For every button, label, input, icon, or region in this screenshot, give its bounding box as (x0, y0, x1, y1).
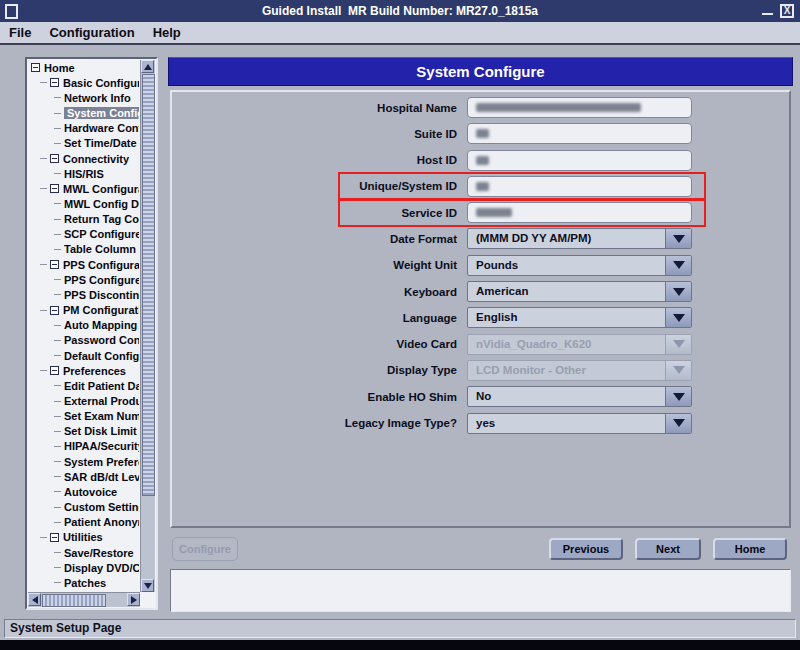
tree-item-label: Hardware Configur (64, 122, 139, 134)
language-dropdown[interactable]: English (467, 307, 692, 328)
tree-item-set-exam-number[interactable]: Set Exam Number (29, 409, 139, 424)
collapse-icon[interactable] (31, 63, 40, 72)
service-id-field[interactable] (467, 202, 692, 223)
tree-item-set-time-date[interactable]: Set Time/Date (29, 136, 139, 151)
scroll-down-icon[interactable] (141, 579, 154, 592)
tree-item-mwl-configuration[interactable]: MWL Configuration (29, 181, 139, 196)
enable-ho-shim-dropdown[interactable]: No (467, 386, 692, 407)
chevron-down-icon[interactable] (665, 282, 691, 301)
tree-item-default-configurat[interactable]: Default Configurat (29, 348, 139, 363)
collapse-icon[interactable] (50, 533, 59, 542)
tree-item-system-configure[interactable]: System Configure (29, 105, 139, 120)
previous-button[interactable]: Previous (549, 538, 623, 560)
tree-item-save-restore[interactable]: Save/Restore (29, 545, 139, 560)
tree-item-connectivity[interactable]: Connectivity (29, 151, 139, 166)
chevron-down-icon[interactable] (665, 256, 691, 275)
tree-item-hardware-configur[interactable]: Hardware Configur (29, 121, 139, 136)
form-row-weight-unit: Weight UnitPounds (172, 255, 789, 276)
chevron-down-icon[interactable] (665, 414, 691, 433)
tree-item-label: Save/Restore (64, 547, 134, 559)
tree-item-network-info[interactable]: Network Info (29, 90, 139, 105)
scroll-right-icon[interactable] (127, 593, 140, 606)
minimize-icon[interactable] (762, 5, 773, 17)
horizontal-scroll-thumb[interactable] (42, 594, 106, 607)
dropdown-value: No (468, 387, 665, 406)
tree-item-sar-db-dt-level[interactable]: SAR dB/dt Level (29, 469, 139, 484)
tree-vertical-scrollbar[interactable] (140, 60, 155, 592)
tree-item-table-column-sele[interactable]: Table Column Sele (29, 242, 139, 257)
tree-connector (40, 264, 47, 265)
menu-help[interactable]: Help (144, 25, 190, 40)
status-bar: System Setup Page (4, 619, 796, 638)
dropdown-value: LCD Monitor - Other (468, 361, 665, 380)
form-row-date-format: Date Format(MMM DD YY AM/PM) (172, 228, 789, 249)
field-label: Suite ID (172, 128, 467, 140)
tree-item-edit-patient-data[interactable]: Edit Patient Data (29, 378, 139, 393)
tree-item-hipaa-security[interactable]: HIPAA/Security (29, 439, 139, 454)
weight-unit-dropdown[interactable]: Pounds (467, 255, 692, 276)
collapse-icon[interactable] (50, 260, 59, 269)
collapse-icon[interactable] (50, 184, 59, 193)
tree-connector (54, 173, 61, 174)
hospital-name-field[interactable] (467, 97, 692, 118)
chevron-down-icon[interactable] (665, 308, 691, 327)
field-label: Unique/System ID (172, 180, 467, 192)
tree-item-pps-discontinue-re[interactable]: PPS Discontinue Re (29, 287, 139, 302)
tree-item-preferences[interactable]: Preferences (29, 363, 139, 378)
field-label: Legacy Image Type? (172, 417, 467, 429)
form-row-host-id: Host ID (172, 150, 789, 171)
collapse-icon[interactable] (50, 366, 59, 375)
tree-item-autovoice[interactable]: Autovoice (29, 484, 139, 499)
tree-item-his-ris[interactable]: HIS/RIS (29, 166, 139, 181)
keyboard-dropdown[interactable]: American (467, 281, 692, 302)
tree-item-patient-anonymiza[interactable]: Patient Anonymiza (29, 515, 139, 530)
tree-horizontal-scrollbar[interactable] (28, 592, 140, 607)
tree-connector (54, 219, 61, 220)
tree-item-auto-mapping-con[interactable]: Auto Mapping Con (29, 318, 139, 333)
tree-item-label: Set Exam Number (64, 410, 139, 422)
scroll-left-icon[interactable] (28, 593, 41, 606)
tree-item-patches[interactable]: Patches (29, 575, 139, 590)
tree-item-pm-configuration[interactable]: PM Configuration (29, 303, 139, 318)
collapse-icon[interactable] (50, 78, 59, 87)
tree-connector (54, 143, 61, 144)
menu-bar: File Configuration Help (0, 22, 800, 45)
tree-item-external-product-co[interactable]: External Product Co (29, 393, 139, 408)
host-id-field[interactable] (467, 150, 692, 171)
tree-item-system-preferences[interactable]: System Preferences (29, 454, 139, 469)
next-button[interactable]: Next (635, 538, 701, 560)
tree-item-home[interactable]: Home (29, 60, 139, 75)
menu-file[interactable]: File (0, 25, 40, 40)
date-format-dropdown[interactable]: (MMM DD YY AM/PM) (467, 228, 692, 249)
tree-item-custom-settings[interactable]: Custom Settings (29, 500, 139, 515)
collapse-icon[interactable] (50, 306, 59, 315)
suite-id-field[interactable] (467, 123, 692, 144)
tree-item-display-dvd-cd-r[interactable]: Display DVD/CD-R (29, 560, 139, 575)
home-button[interactable]: Home (713, 538, 787, 560)
tree-item-return-tag-configu[interactable]: Return Tag Configu (29, 212, 139, 227)
tree-connector (54, 431, 61, 432)
scroll-up-icon[interactable] (141, 60, 154, 73)
tree-item-set-disk-limit[interactable]: Set Disk Limit (29, 424, 139, 439)
vertical-scroll-thumb[interactable] (142, 74, 155, 496)
tree-item-scp-configure[interactable]: SCP Configure (29, 227, 139, 242)
tree-connector (54, 552, 61, 553)
chevron-down-icon[interactable] (665, 229, 691, 248)
close-icon[interactable]: X (780, 4, 794, 18)
menu-configuration[interactable]: Configuration (40, 25, 143, 40)
tree-item-pps-configure[interactable]: PPS Configure (29, 272, 139, 287)
tree-item-basic-configuration[interactable]: Basic Configuration (29, 75, 139, 90)
tree-item-mwl-config-detail[interactable]: MWL Config Detail (29, 196, 139, 211)
tree-item-password-configur[interactable]: Password Configur (29, 333, 139, 348)
tree-connector (54, 249, 61, 250)
dropdown-value: American (468, 282, 665, 301)
chevron-down-icon[interactable] (665, 387, 691, 406)
legacy-image-type-dropdown[interactable]: yes (467, 413, 692, 434)
unique-system-id-field[interactable] (467, 176, 692, 197)
tree-connector (54, 461, 61, 462)
collapse-icon[interactable] (50, 154, 59, 163)
title-bar: Guided Install MR Build Number: MR27.0_1… (0, 0, 800, 22)
tree-item-utilities[interactable]: Utilities (29, 530, 139, 545)
tree-connector (54, 476, 61, 477)
tree-item-pps-configuration[interactable]: PPS Configuration (29, 257, 139, 272)
